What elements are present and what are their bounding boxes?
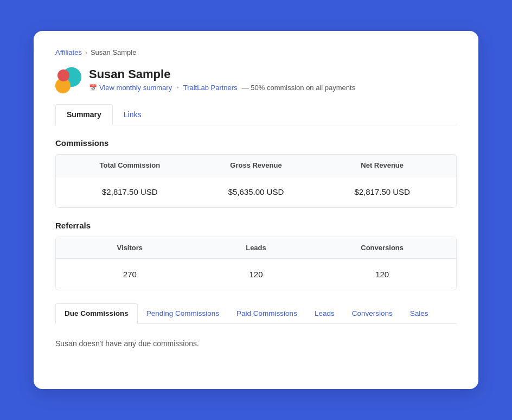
profile-meta: 📅 View monthly summary • TraitLab Partne… xyxy=(89,84,355,92)
commissions-value-0: $2,817.50 USD xyxy=(67,187,193,196)
empty-message: Susan doesn't have any due commissions. xyxy=(55,335,457,352)
profile-name: Susan Sample xyxy=(89,67,355,81)
bottom-tab-due-commissions[interactable]: Due Commissions xyxy=(55,303,138,324)
referrals-header-1: Leads xyxy=(193,244,319,252)
breadcrumb-affiliates-link[interactable]: Affiliates xyxy=(55,48,82,56)
main-card: Affiliates › Susan Sample Susan Sample 📅… xyxy=(34,31,478,389)
bottom-tab-paid-commissions[interactable]: Paid Commissions xyxy=(228,303,306,324)
avatar-red-circle xyxy=(57,69,69,81)
commissions-header-0: Total Commission xyxy=(67,161,193,169)
commissions-header-2: Net Revenue xyxy=(319,161,445,169)
referrals-header-0: Visitors xyxy=(67,244,193,252)
referrals-value-0: 270 xyxy=(67,270,193,279)
bottom-tab-conversions[interactable]: Conversions xyxy=(343,303,401,324)
commissions-value-1: $5,635.00 USD xyxy=(193,187,319,196)
referrals-value-2: 120 xyxy=(319,270,445,279)
commissions-table-header: Total Commission Gross Revenue Net Reven… xyxy=(56,155,456,176)
referrals-table-header: Visitors Leads Conversions xyxy=(56,237,456,259)
commissions-value-2: $2,817.50 USD xyxy=(319,187,445,196)
calendar-icon: 📅 xyxy=(89,84,97,92)
bottom-tab-leads[interactable]: Leads xyxy=(306,303,343,324)
referrals-header-2: Conversions xyxy=(319,244,445,252)
main-tabs: Summary Links xyxy=(55,104,457,125)
bottom-tab-pending-commissions[interactable]: Pending Commissions xyxy=(138,303,228,324)
breadcrumb-separator: › xyxy=(85,49,87,56)
monthly-summary-label: View monthly summary xyxy=(99,84,172,92)
bottom-tab-sales[interactable]: Sales xyxy=(401,303,437,324)
tab-links[interactable]: Links xyxy=(113,104,152,125)
commissions-header-1: Gross Revenue xyxy=(193,161,319,169)
meta-dot: • xyxy=(176,84,179,92)
profile-info: Susan Sample 📅 View monthly summary • Tr… xyxy=(89,67,355,92)
referrals-value-1: 120 xyxy=(193,270,319,279)
commissions-section-title: Commissions xyxy=(55,138,457,148)
referrals-table-body: 270 120 120 xyxy=(56,259,456,290)
bottom-tabs: Due Commissions Pending Commissions Paid… xyxy=(55,303,457,324)
breadcrumb-current: Susan Sample xyxy=(91,48,137,56)
tab-summary[interactable]: Summary xyxy=(55,104,113,125)
partner-link[interactable]: TraitLab Partners xyxy=(183,84,238,92)
profile-header: Susan Sample 📅 View monthly summary • Tr… xyxy=(55,67,457,93)
view-monthly-summary-link[interactable]: 📅 View monthly summary xyxy=(89,84,172,92)
breadcrumb: Affiliates › Susan Sample xyxy=(55,48,457,56)
commissions-table-body: $2,817.50 USD $5,635.00 USD $2,817.50 US… xyxy=(56,176,456,207)
commissions-table: Total Commission Gross Revenue Net Reven… xyxy=(55,154,457,208)
referrals-table: Visitors Leads Conversions 270 120 120 xyxy=(55,237,457,290)
referrals-section-title: Referrals xyxy=(55,221,457,230)
commission-info: — 50% commission on all payments xyxy=(242,84,356,92)
avatar xyxy=(55,67,81,93)
